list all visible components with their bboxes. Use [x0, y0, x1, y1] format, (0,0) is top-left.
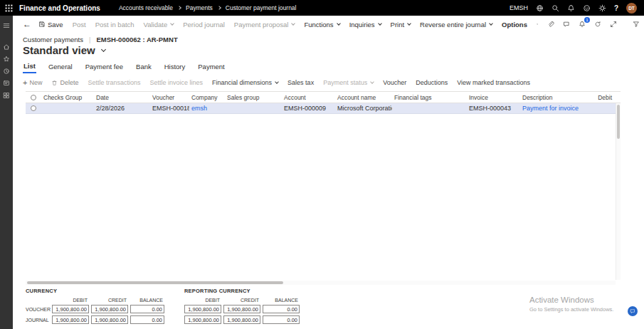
recent-clock-icon[interactable]	[3, 68, 10, 75]
options-button[interactable]: Options	[502, 21, 527, 28]
favorites-star-icon[interactable]	[3, 56, 10, 63]
tab-history[interactable]: History	[164, 61, 186, 73]
tab-list[interactable]: List	[23, 61, 36, 73]
view-marked-transactions-button[interactable]: View marked transactions	[457, 79, 530, 86]
reporting-voucher-credit-field[interactable]	[223, 305, 260, 313]
help-icon[interactable]: ?	[614, 4, 618, 12]
column-header-debit[interactable]: Debit	[579, 94, 621, 101]
settings-gear-icon[interactable]	[598, 4, 606, 12]
attach-paperclip-icon[interactable]	[547, 21, 554, 28]
vertical-scrollbar[interactable]	[616, 103, 621, 280]
currency-journal-debit-field[interactable]	[52, 315, 89, 324]
reporting-voucher-debit-field[interactable]	[184, 305, 221, 313]
cell-description-link[interactable]: Payment for invoice E...	[520, 105, 579, 112]
company-picker[interactable]: EMSH	[510, 4, 528, 11]
bell-icon[interactable]	[567, 4, 575, 12]
topbar-right: EMSH ? DT	[510, 3, 637, 14]
app-title[interactable]: Finance and Operations	[19, 4, 100, 12]
cell-company-link[interactable]: emsh	[189, 105, 225, 112]
reporting-journal-debit-field[interactable]	[184, 315, 221, 324]
view-title-label: Standard view	[23, 44, 95, 56]
reporting-debit-header: DEBIT	[184, 298, 221, 303]
select-all-radio[interactable]	[31, 95, 36, 100]
notifications-bell[interactable]: 1	[579, 21, 586, 28]
functions-label: Functions	[304, 21, 333, 28]
row-select-radio[interactable]	[31, 105, 36, 111]
column-header-invoice[interactable]: Invoice	[467, 94, 520, 101]
chevron-down-icon	[292, 21, 296, 26]
search-icon[interactable]	[551, 4, 559, 12]
post-in-batch-button[interactable]: Post in batch	[95, 21, 134, 28]
app-launcher-icon[interactable]	[4, 4, 14, 13]
breadcrumb-item[interactable]: Customer payment journal	[226, 4, 297, 11]
open-in-new-window-icon[interactable]	[610, 21, 617, 28]
new-button[interactable]: + New	[23, 79, 42, 86]
currency-voucher-credit-field[interactable]	[91, 305, 128, 313]
delete-button[interactable]: Delete	[51, 79, 78, 86]
breadcrumb-item[interactable]: Accounts receivable	[119, 4, 173, 11]
save-button[interactable]: Save	[38, 21, 63, 28]
message-bubble-icon[interactable]	[563, 21, 570, 28]
sales-tax-button[interactable]: Sales tax	[287, 79, 314, 86]
globe-icon[interactable]	[536, 4, 544, 12]
record-context-bar: Customer payments | EMSH-000062 : AR-PMN…	[23, 34, 178, 44]
voucher-button[interactable]: Voucher	[383, 79, 406, 86]
tab-payment[interactable]: Payment	[197, 61, 226, 73]
print-label: Print	[391, 21, 405, 28]
view-title[interactable]: Standard view	[23, 44, 105, 56]
vertical-scrollbar-thumb[interactable]	[617, 105, 620, 139]
back-button[interactable]: ←	[23, 19, 31, 29]
validate-menu-button[interactable]: Validate	[144, 21, 174, 28]
reporting-journal-credit-field[interactable]	[223, 315, 260, 324]
tab-bank[interactable]: Bank	[135, 61, 152, 73]
period-journal-button[interactable]: Period journal	[183, 21, 225, 28]
modules-grid-icon[interactable]	[3, 92, 10, 99]
reverse-entire-journal-menu-button[interactable]: Reverse entire journal	[420, 21, 492, 28]
currency-voucher-debit-field[interactable]	[52, 305, 89, 313]
currency-journal-balance-field[interactable]	[130, 315, 164, 324]
column-header-date[interactable]: Date	[94, 94, 150, 101]
breadcrumb-item[interactable]: Payments	[186, 4, 213, 11]
home-icon[interactable]	[3, 43, 10, 51]
refresh-icon[interactable]	[594, 21, 601, 28]
column-header-account[interactable]: Account	[282, 94, 335, 101]
financial-dimensions-menu-button[interactable]: Financial dimensions	[212, 79, 278, 86]
settle-invoice-lines-button[interactable]: Settle invoice lines	[150, 79, 204, 86]
tab-payment-fee[interactable]: Payment fee	[85, 61, 124, 73]
chevron-right-icon	[217, 6, 221, 10]
currency-journal-credit-field[interactable]	[91, 315, 128, 324]
settle-transactions-button[interactable]: Settle transactions	[88, 79, 140, 86]
reporting-journal-balance-field[interactable]	[263, 315, 300, 324]
feedback-smiley-icon[interactable]	[583, 4, 591, 12]
action-search-icon[interactable]	[537, 21, 538, 28]
worklist-note-icon[interactable]	[3, 80, 10, 87]
payment-status-menu-button[interactable]: Payment status	[323, 79, 374, 86]
deductions-button[interactable]: Deductions	[416, 79, 448, 86]
user-avatar[interactable]: DT	[626, 3, 637, 14]
reporting-voucher-balance-field[interactable]	[263, 305, 300, 313]
column-header-sales-group[interactable]: Sales group	[225, 94, 282, 101]
inquiries-menu-button[interactable]: Inquiries	[349, 21, 381, 28]
column-header-account-name[interactable]: Account name	[335, 94, 392, 101]
payment-proposal-menu-button[interactable]: Payment proposal	[234, 21, 295, 28]
print-menu-button[interactable]: Print	[391, 21, 411, 28]
horizontal-scrollbar-thumb[interactable]	[27, 281, 283, 284]
sidebar-icon-group	[3, 43, 10, 99]
record-separator: |	[89, 36, 90, 43]
post-button[interactable]: Post	[73, 21, 86, 28]
floating-help-button[interactable]	[628, 306, 638, 316]
horizontal-scrollbar[interactable]	[26, 281, 616, 285]
post-label: Post	[73, 21, 86, 28]
column-header-company[interactable]: Company	[189, 94, 225, 101]
column-header-description[interactable]: Description	[520, 94, 579, 101]
hamburger-menu-icon[interactable]	[3, 22, 10, 29]
column-header-checks-group[interactable]: Checks Group	[41, 94, 94, 101]
column-header-financial-tags[interactable]: Financial tags	[392, 94, 467, 101]
table-row[interactable]: 2/28/2026 EMSH-000181 emsh EMSH-000009 M…	[26, 103, 621, 114]
functions-menu-button[interactable]: Functions	[304, 21, 339, 28]
filter-funnel-icon[interactable]	[633, 21, 640, 28]
tab-general[interactable]: General	[48, 61, 73, 73]
column-header-voucher[interactable]: Voucher	[150, 94, 189, 101]
currency-voucher-balance-field[interactable]	[130, 305, 164, 313]
trash-icon	[51, 80, 58, 86]
